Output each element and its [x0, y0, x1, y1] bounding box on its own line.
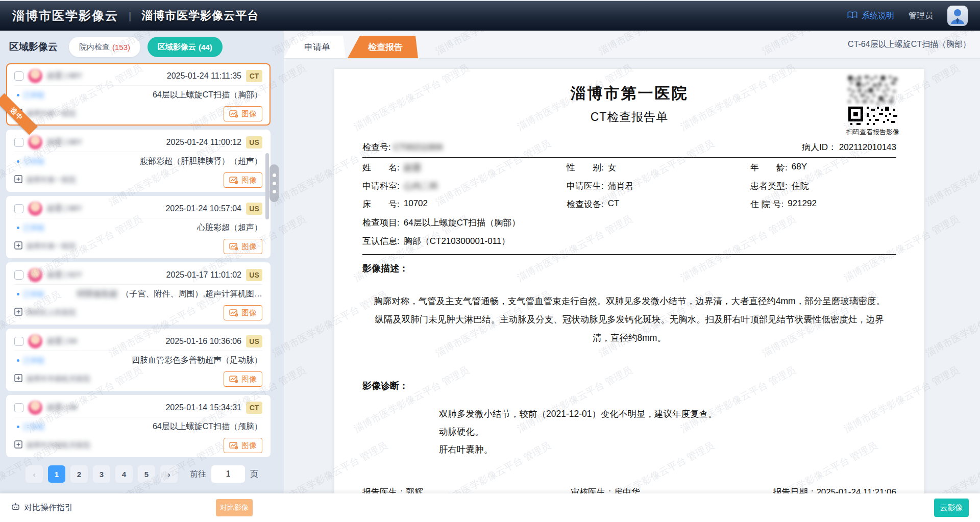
field-label: 互认信息: — [362, 235, 400, 247]
image-icon — [229, 243, 238, 251]
card-checkbox[interactable] — [14, 138, 23, 147]
page-prev-button[interactable]: ‹ — [26, 465, 43, 483]
image-icon — [229, 376, 238, 383]
field-value: 68Y — [792, 162, 807, 173]
compare-guide-link[interactable]: 对比操作指引 — [11, 503, 73, 513]
card-row-bottom: 淄博市第一医院 图像 — [14, 237, 262, 256]
card-checkbox[interactable] — [14, 270, 23, 280]
tab-hospital-exams[interactable]: 院内检查 (153) — [69, 37, 140, 57]
card-row-bottom: 淄博市第一医院 图像 — [14, 171, 262, 189]
card-row-top: 赵霞 | 68Y 2025-01-24 11:00:12 US — [14, 133, 262, 152]
info-row: 床 号:10702 检查设备:CT 住 院 号:921292 — [362, 195, 896, 213]
panel-splitter-handle[interactable] — [270, 164, 279, 202]
exam-name: 心脏彩超（超声） — [197, 222, 262, 233]
image-icon — [229, 110, 238, 118]
book-icon — [847, 11, 857, 21]
page-button-5[interactable]: 5 — [138, 465, 155, 483]
expand-plus-icon[interactable] — [14, 175, 22, 185]
status-label: 已审核 — [23, 157, 44, 166]
pagination: ‹ 1 2 3 4 5 › 前往 页 — [0, 461, 284, 483]
cloud-image-button[interactable]: 云影像 — [934, 499, 969, 517]
info-row: 姓 名:赵霞 性 别:女 年 龄:68Y — [362, 158, 896, 177]
page-button-4[interactable]: 4 — [115, 465, 133, 483]
card-row-top: 赵霞 | 68Y 2025-01-24 10:57:04 US — [14, 199, 262, 218]
status-dot — [17, 293, 19, 295]
view-image-button[interactable]: 图像 — [224, 371, 262, 387]
system-help-link[interactable]: 系统说明 — [847, 11, 894, 21]
status-label: 已审核 — [23, 223, 44, 233]
current-exam-label: CT-64层以上螺旋CT扫描（胸部） — [848, 39, 971, 50]
card-checkbox[interactable] — [14, 204, 23, 213]
study-card[interactable]: 选中 赵霞 | 68Y 2025-01-24 11:11:35 CT 已审核 6… — [6, 63, 271, 126]
patient-name: 赵霞 | 64 — [47, 336, 77, 346]
status-dot — [17, 160, 19, 163]
tab-hospital-exams-count: (153) — [112, 43, 130, 52]
exam-name: 四肢血管彩色多普勒超声（足动脉） — [132, 355, 262, 366]
card-row-bottom: 周村区人民医院 图像 — [14, 304, 262, 322]
patient-avatar — [28, 69, 42, 83]
card-row-middle: 已审核 四肢血管彩色多普勒超声（足动脉） — [14, 351, 262, 370]
field-label: 住 院 号: — [750, 198, 783, 210]
view-image-button[interactable]: 图像 — [224, 172, 262, 188]
page-button-3[interactable]: 3 — [93, 465, 110, 483]
image-icon — [229, 177, 238, 184]
field-value: 女 — [608, 162, 617, 173]
view-image-label: 图像 — [241, 242, 257, 252]
card-row-middle: 已审核 心脏彩超（超声） — [14, 218, 262, 237]
image-icon — [229, 309, 238, 317]
info-row: 互认信息:胸部（CT210300001-011） — [362, 232, 896, 250]
diag-line: 肝右叶囊肿。 — [439, 441, 896, 459]
sidebar-scrollbar-thumb[interactable] — [265, 153, 269, 219]
expand-plus-icon[interactable] — [14, 308, 22, 318]
status-dot — [17, 426, 19, 428]
field-value: 住院 — [792, 180, 809, 192]
field-value: 921292 — [788, 198, 817, 210]
compare-images-button[interactable]: 对比影像 — [216, 499, 253, 516]
view-image-button[interactable]: 图像 — [224, 438, 262, 453]
card-checkbox[interactable] — [14, 71, 23, 81]
study-datetime: 2025-01-14 15:34:31 — [165, 403, 241, 412]
tab-regional-cloud[interactable]: 区域影像云 (44) — [148, 37, 223, 57]
card-row-bottom: 淄博市第一医院 图像 — [14, 105, 262, 123]
study-card[interactable]: 赵霞 | 62Y 2025-01-17 11:01:02 US 已审核 经阴道彩… — [6, 262, 271, 325]
expand-plus-icon[interactable] — [14, 440, 22, 451]
view-image-button[interactable]: 图像 — [224, 305, 262, 320]
hospital-name: 周村区人民医院 — [26, 308, 76, 317]
user-avatar[interactable] — [947, 6, 968, 26]
expand-plus-icon[interactable] — [14, 374, 22, 384]
view-image-button[interactable]: 图像 — [224, 106, 262, 121]
field-value: 心内二科 — [404, 180, 438, 192]
card-checkbox[interactable] — [14, 403, 23, 412]
sidebar-header: 区域影像云 院内检查 (153) 区域影像云 (44) — [0, 31, 284, 62]
patient-avatar — [28, 334, 42, 349]
modality-badge: US — [246, 335, 262, 347]
goto-page-input[interactable] — [211, 465, 245, 483]
diag-section: 影像诊断： 双肺多发微小结节，较前（2021-12-01）变化不明显，建议年度复… — [362, 380, 896, 459]
page-button-1[interactable]: 1 — [48, 465, 65, 483]
view-image-button[interactable]: 图像 — [224, 239, 262, 254]
study-card[interactable]: 赵霞 | 64 2025-01-14 15:34:31 CT 已审核 64层以上… — [6, 395, 271, 457]
tab-hospital-exams-label: 院内检查 — [79, 42, 110, 52]
tab-exam-report[interactable]: 检查报告 — [348, 36, 418, 58]
exam-name: （子宫、附件、周围）,超声计算机图… — [121, 289, 262, 300]
hospital-name: 淄博市第一医院 — [26, 109, 76, 118]
study-card[interactable]: 赵霞 | 68Y 2025-01-24 11:00:12 US 已审核 腹部彩超… — [6, 130, 271, 192]
page-button-2[interactable]: 2 — [70, 465, 88, 483]
status-dot — [17, 227, 19, 229]
card-row-top: 赵霞 | 64 2025-01-16 10:36:06 US — [14, 332, 262, 351]
system-help-label: 系统说明 — [862, 11, 894, 21]
sidebar-title: 区域影像云 — [9, 40, 58, 54]
tab-request-form[interactable]: 申请单 — [284, 36, 346, 58]
card-checkbox[interactable] — [14, 337, 23, 346]
expand-plus-icon[interactable] — [14, 241, 22, 252]
patient-name: 赵霞 | 68Y — [47, 204, 82, 213]
field-value: 10702 — [404, 198, 428, 210]
field-label: 姓 名: — [362, 162, 400, 173]
page-next-button[interactable]: › — [160, 465, 178, 483]
field-label: 申请医生: — [567, 180, 604, 192]
study-card[interactable]: 赵霞 | 64 2025-01-16 10:36:06 US 已审核 四肢血管彩… — [6, 329, 271, 391]
study-card[interactable]: 赵霞 | 68Y 2025-01-24 10:57:04 US 已审核 心脏彩超… — [6, 196, 271, 258]
field-label: 床 号: — [362, 198, 400, 210]
info-row: 申请科室:心内二科 申请医生:蒲肖君 患者类型:住院 — [362, 177, 896, 195]
patient-id-label: 病人ID： — [802, 141, 837, 153]
